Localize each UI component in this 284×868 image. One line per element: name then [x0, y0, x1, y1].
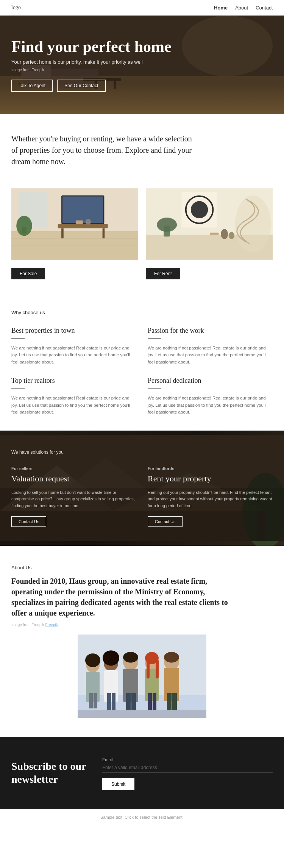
svg-rect-19	[61, 228, 64, 238]
hero-buttons: Talk To Agent See Our Contact	[11, 80, 273, 92]
about-text: Founded in 2010, Haus group, an innovati…	[11, 576, 239, 618]
nav-links: Home About Contact	[214, 5, 273, 11]
svg-rect-66	[147, 660, 150, 678]
hero-credit: Image from Freepik	[11, 68, 273, 72]
svg-point-34	[229, 232, 234, 239]
nav-about[interactable]: About	[235, 5, 248, 11]
svg-point-50	[85, 653, 100, 667]
why-section: Why choose us Best properties in town We…	[0, 295, 284, 431]
svg-point-22	[16, 216, 32, 236]
why-title-2: Top tier realtors	[11, 377, 136, 385]
solution-landlords-title: Rent your property	[148, 474, 273, 484]
svg-rect-67	[156, 660, 159, 678]
why-item-0: Best properties in town We are nothing i…	[11, 327, 136, 365]
hero-content: Find your perfect home Your perfect home…	[11, 38, 273, 92]
about-section: About Us Founded in 2010, Haus group, an…	[0, 546, 284, 737]
why-title-1: Passion for the work	[148, 327, 273, 335]
property-card-rent: For Rent	[146, 186, 273, 279]
svg-point-55	[103, 650, 119, 666]
solutions-section: We have solutions for you For sellers Va…	[0, 431, 284, 545]
svg-rect-70	[167, 693, 172, 711]
for-rent-button[interactable]: For Rent	[146, 268, 180, 279]
solution-sellers-desc: Looking to sell your home but don't want…	[11, 489, 136, 509]
nav-contact[interactable]: Contact	[256, 5, 273, 11]
why-desc-0: We are nothing if not passionate! Real e…	[11, 345, 136, 365]
svg-rect-15	[62, 196, 103, 223]
solutions-grid: For sellers Valuation request Looking to…	[11, 466, 273, 526]
why-item-3: Personal dedication We are nothing if no…	[148, 377, 273, 415]
property-image-sale	[11, 186, 138, 262]
why-divider-1	[148, 338, 161, 339]
svg-rect-18	[58, 224, 108, 228]
intro-section: Whether you're buying or renting, we hav…	[0, 114, 284, 179]
talk-agent-button[interactable]: Talk To Agent	[11, 80, 53, 92]
landlords-contact-button[interactable]: Contact Us	[148, 516, 183, 527]
svg-rect-59	[131, 693, 136, 711]
svg-point-32	[157, 218, 177, 232]
hero-title: Find your perfect home	[11, 38, 273, 55]
why-label: Why choose us	[11, 310, 273, 315]
svg-rect-58	[126, 693, 131, 711]
svg-rect-53	[107, 693, 111, 710]
submit-button[interactable]: Submit	[102, 778, 134, 790]
logo: logo	[11, 5, 21, 11]
svg-point-24	[85, 219, 91, 225]
why-item-2: Top tier realtors We are nothing if not …	[11, 377, 136, 415]
svg-rect-20	[103, 228, 105, 238]
solution-sellers-label: For sellers	[11, 466, 136, 471]
sellers-contact-button[interactable]: Contact Us	[11, 516, 46, 527]
svg-point-72	[164, 652, 179, 663]
navbar: logo Home About Contact	[0, 0, 284, 16]
svg-point-33	[221, 229, 228, 239]
see-contact-button[interactable]: See Our Contact	[57, 80, 105, 92]
svg-rect-49	[94, 693, 97, 708]
property-image-rent	[146, 186, 273, 262]
svg-rect-54	[112, 693, 115, 710]
why-divider-0	[11, 338, 25, 339]
why-desc-3: We are nothing if not passionate! Real e…	[148, 395, 273, 415]
svg-rect-64	[153, 693, 156, 711]
newsletter-title: Subscribe to our newsletter	[11, 760, 87, 785]
team-photo-wrapper	[78, 635, 206, 718]
intro-text: Whether you're buying or renting, we hav…	[11, 133, 193, 167]
svg-rect-48	[89, 693, 93, 708]
for-sale-button[interactable]: For Sale	[11, 268, 45, 279]
svg-rect-23	[76, 221, 83, 224]
svg-point-29	[191, 201, 208, 218]
newsletter-left: Subscribe to our newsletter	[11, 760, 87, 785]
solution-landlords: For landlords Rent your property Renting…	[148, 466, 273, 526]
svg-rect-63	[148, 693, 152, 711]
newsletter-right: Email Submit	[102, 756, 273, 790]
solution-sellers: For sellers Valuation request Looking to…	[11, 466, 136, 526]
why-desc-2: We are nothing if not passionate! Real e…	[11, 395, 136, 415]
team-photo	[78, 635, 206, 718]
svg-rect-73	[78, 710, 206, 718]
property-card-sale: For Sale	[11, 186, 138, 279]
newsletter-section: Subscribe to our newsletter Email Submit	[0, 737, 284, 809]
hero-section: Find your perfect home Your perfect home…	[0, 16, 284, 114]
why-desc-1: We are nothing if not passionate! Real e…	[148, 345, 273, 365]
property-grid: For Sale For Rent	[0, 179, 284, 295]
solution-landlords-label: For landlords	[148, 466, 273, 471]
why-item-1: Passion for the work We are nothing if n…	[148, 327, 273, 365]
svg-rect-71	[172, 693, 177, 711]
about-credit: Image from Freepik Freepik	[11, 623, 273, 627]
why-divider-3	[148, 389, 161, 389]
solution-sellers-title: Valuation request	[11, 474, 136, 484]
svg-point-60	[123, 652, 138, 663]
footer-note: Sample text. Click to select the Text El…	[0, 809, 284, 825]
solutions-content: We have solutions for you For sellers Va…	[11, 450, 273, 526]
about-credit-link[interactable]: Freepik	[45, 623, 58, 627]
why-title-3: Personal dedication	[148, 377, 273, 385]
about-label: About Us	[11, 565, 273, 570]
why-divider-2	[11, 389, 25, 389]
email-label: Email	[102, 757, 113, 762]
why-grid: Best properties in town We are nothing i…	[11, 327, 273, 415]
nav-home[interactable]: Home	[214, 5, 228, 11]
solution-landlords-desc: Renting out your property shouldn't be h…	[148, 489, 273, 509]
why-title-0: Best properties in town	[11, 327, 136, 335]
solutions-label: We have solutions for you	[11, 450, 273, 455]
svg-rect-35	[210, 233, 219, 235]
email-input[interactable]	[102, 763, 273, 773]
hero-subtitle: Your perfect home is our priority, make …	[11, 59, 273, 65]
